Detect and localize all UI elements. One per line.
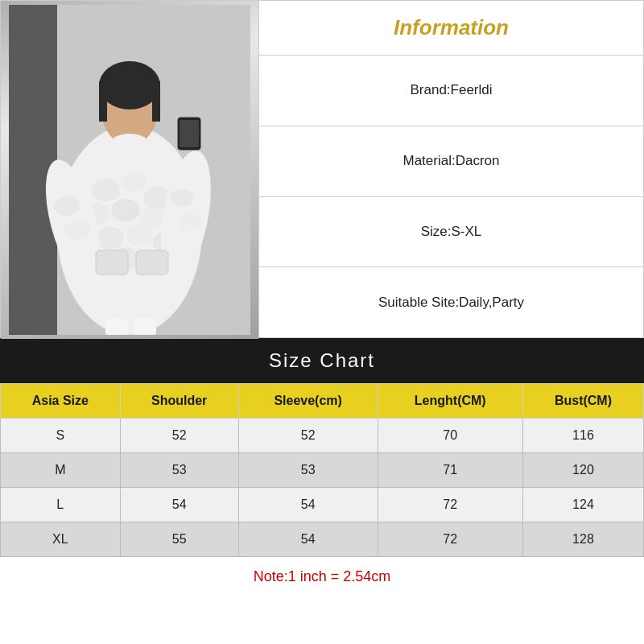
table-cell-3-1: 55 [120,522,238,557]
table-cell-0-3: 70 [378,419,522,453]
table-cell-2-2: 54 [238,488,378,522]
info-title: Information [259,1,643,56]
table-cell-3-2: 54 [238,522,378,557]
table-cell-1-0: M [1,453,121,488]
svg-point-10 [126,224,153,245]
info-row-suitable: Suitable Site:Daily,Party [259,267,643,337]
table-cell-3-3: 72 [378,522,522,557]
table-cell-1-2: 53 [238,453,378,488]
table-cell-1-1: 53 [120,453,238,488]
table-cell-3-4: 128 [522,522,643,557]
size-table: Asia Size Shoulder Sleeve(cm) Lenght(CM)… [0,383,644,557]
table-cell-2-0: L [1,488,121,522]
table-row: M535371120 [1,453,644,488]
table-cell-2-3: 72 [378,488,522,522]
col-header-sleeve: Sleeve(cm) [238,384,378,419]
info-row-size: Size:S-XL [259,197,643,268]
col-header-shoulder: Shoulder [120,384,238,419]
product-image [1,1,258,339]
top-section: Information Brand:Feerldi Material:Dacro… [0,0,644,338]
table-cell-2-1: 54 [120,488,238,522]
table-header-row: Asia Size Shoulder Sleeve(cm) Lenght(CM)… [1,384,644,419]
svg-rect-25 [99,81,107,122]
table-cell-1-3: 71 [378,453,522,488]
col-header-length: Lenght(CM) [378,384,522,419]
col-header-bust: Bust(CM) [522,384,643,419]
info-row-brand: Brand:Feerldi [259,56,643,126]
svg-rect-21 [96,250,128,275]
table-row: XL555472128 [1,522,644,557]
svg-point-3 [91,179,120,201]
svg-rect-30 [134,319,156,335]
svg-rect-28 [180,120,199,147]
size-chart-title: Size Chart [0,338,644,383]
col-header-asia-size: Asia Size [1,384,121,419]
table-cell-2-4: 124 [522,488,643,522]
svg-rect-29 [105,319,128,335]
table-cell-0-1: 52 [120,419,238,453]
table-cell-3-0: XL [1,522,121,557]
svg-point-20 [178,213,202,231]
svg-point-7 [111,199,140,221]
table-cell-0-2: 52 [238,419,378,453]
table-cell-0-0: S [1,419,121,453]
svg-point-17 [64,221,90,240]
svg-rect-26 [152,81,160,122]
svg-point-4 [121,172,147,192]
svg-rect-22 [136,250,168,275]
svg-point-24 [99,61,160,109]
table-row: L545472124 [1,488,644,522]
svg-point-19 [170,189,194,207]
svg-point-16 [54,196,80,216]
table-row: S525270116 [1,419,644,453]
note-row: Note:1 inch = 2.54cm [0,557,644,597]
info-row-material: Material:Dacron [259,126,643,197]
info-section: Information Brand:Feerldi Material:Dacro… [258,1,643,337]
table-cell-1-4: 120 [522,453,643,488]
product-image-inner [1,1,258,339]
table-cell-0-4: 116 [522,419,643,453]
main-container: Information Brand:Feerldi Material:Dacro… [0,0,644,644]
